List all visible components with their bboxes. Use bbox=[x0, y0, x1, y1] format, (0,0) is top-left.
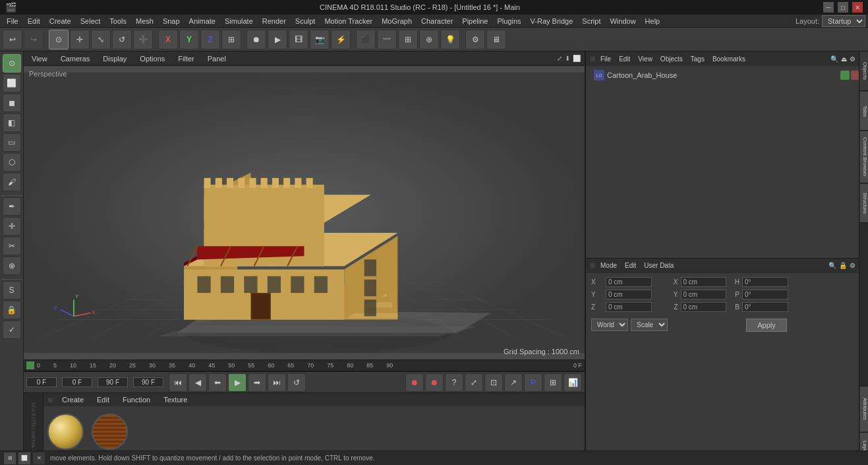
bookmarks-menu[interactable]: Bookmarks bbox=[710, 54, 748, 64]
search-icon[interactable]: 🔍 bbox=[830, 55, 838, 63]
texture-menu[interactable]: Texture bbox=[159, 394, 191, 405]
edge-mode-button[interactable]: ▭ bbox=[3, 133, 21, 152]
frame-end2-input[interactable] bbox=[133, 377, 163, 387]
dope-button[interactable]: ⊞ bbox=[544, 373, 562, 392]
knife-button[interactable]: ✂ bbox=[3, 237, 21, 255]
view-menu[interactable]: View bbox=[28, 53, 51, 64]
step-back2-button[interactable]: ⬅ bbox=[208, 373, 227, 392]
structure-tab[interactable]: Structure bbox=[859, 183, 868, 223]
menu-item-mograph[interactable]: MoGraph bbox=[378, 16, 416, 26]
menu-item-window[interactable]: Window bbox=[606, 16, 639, 26]
menu-item-script[interactable]: Script bbox=[578, 16, 604, 26]
edit-menu[interactable]: Edit bbox=[93, 394, 113, 405]
coord-x2-input[interactable] bbox=[681, 277, 727, 287]
keyframe-button[interactable]: ⏺ bbox=[246, 30, 266, 49]
object-tag-green[interactable] bbox=[840, 71, 850, 80]
objects-menu[interactable]: Objects bbox=[658, 54, 685, 64]
material-ball-cartoon-shiny[interactable] bbox=[47, 414, 84, 450]
polygon-mode-button[interactable]: ◧ bbox=[3, 113, 21, 132]
tabs-tab[interactable]: Tabs bbox=[859, 91, 868, 131]
timeline-button[interactable]: 📊 bbox=[564, 373, 582, 392]
texture-mode-button[interactable]: ◼ bbox=[3, 94, 21, 112]
coord-h-input[interactable] bbox=[742, 277, 788, 287]
attributes-tab[interactable]: Attributes bbox=[859, 386, 868, 432]
light-button[interactable]: 💡 bbox=[440, 30, 460, 49]
create-menu[interactable]: Create bbox=[58, 394, 88, 405]
status-icon-1[interactable]: ⊞ bbox=[4, 452, 16, 464]
record-all-button[interactable]: ⏺ bbox=[425, 373, 444, 392]
move-button[interactable]: ✛ bbox=[70, 30, 90, 49]
menu-item-animate[interactable]: Animate bbox=[185, 16, 219, 26]
user-data-menu[interactable]: User Data bbox=[641, 261, 676, 270]
step-forward-button[interactable]: ➡ bbox=[248, 373, 266, 392]
filter-menu[interactable]: Filter bbox=[174, 53, 198, 64]
scale-select[interactable]: Scale bbox=[631, 319, 668, 331]
object-item-cartoon-house[interactable]: L0 Cartoon_Arab_House bbox=[591, 69, 863, 82]
menu-item-snap[interactable]: Snap bbox=[159, 16, 184, 26]
3d-viewport[interactable]: Perspective bbox=[24, 66, 585, 359]
move-tool-button[interactable]: ✛ bbox=[3, 217, 21, 235]
check-button[interactable]: ✓ bbox=[3, 321, 21, 339]
view-menu-obj[interactable]: View bbox=[635, 54, 655, 64]
magnet-button[interactable]: ⊕ bbox=[3, 257, 21, 275]
axis-z-button[interactable]: Z bbox=[200, 30, 220, 49]
coord-z2-input[interactable] bbox=[681, 302, 727, 312]
minimize-button[interactable]: ─ bbox=[823, 2, 834, 13]
menu-item-help[interactable]: Help bbox=[641, 16, 664, 26]
record-button[interactable]: ⏺ bbox=[405, 373, 424, 392]
edit-menu-obj[interactable]: Edit bbox=[616, 54, 633, 64]
settings-icon[interactable]: ⚙ bbox=[850, 55, 855, 63]
film-button[interactable]: 🎞 bbox=[289, 30, 308, 49]
status-icon-2[interactable]: ⬜ bbox=[18, 452, 30, 464]
maximize-button[interactable]: □ bbox=[838, 2, 848, 13]
edit-menu-attr[interactable]: Edit bbox=[622, 261, 639, 270]
menu-item-render[interactable]: Render bbox=[258, 16, 290, 26]
menu-item-mesh[interactable]: Mesh bbox=[132, 16, 158, 26]
coord-z-pos-input[interactable] bbox=[606, 302, 652, 312]
snapping-button[interactable]: S bbox=[3, 281, 21, 299]
menu-item-select[interactable]: Select bbox=[76, 16, 105, 26]
lock-button[interactable]: 🔒 bbox=[3, 301, 21, 319]
attr-lock-icon[interactable]: 🔒 bbox=[839, 262, 847, 269]
loop-button[interactable]: ↺ bbox=[287, 373, 306, 392]
coord-y2-input[interactable] bbox=[681, 290, 727, 299]
current-frame-marker[interactable] bbox=[26, 361, 34, 369]
rotate-button[interactable]: ↺ bbox=[112, 30, 132, 49]
auto-key-button[interactable]: P bbox=[524, 373, 542, 392]
close-button[interactable]: ✕ bbox=[852, 2, 863, 13]
render-button[interactable]: ⚡ bbox=[331, 30, 351, 49]
select-mode-button[interactable]: ⊙ bbox=[3, 54, 21, 73]
preview-start-input[interactable] bbox=[62, 377, 92, 387]
menu-item-edit[interactable]: Edit bbox=[24, 16, 44, 26]
help-button[interactable]: ? bbox=[445, 373, 463, 392]
curve-button[interactable]: ↗ bbox=[504, 373, 523, 392]
home-icon[interactable]: ⏏ bbox=[841, 55, 847, 63]
array-button[interactable]: ⊞ bbox=[398, 30, 418, 49]
paint-button[interactable]: 🖌 bbox=[3, 173, 21, 191]
function-menu[interactable]: Function bbox=[119, 394, 154, 405]
deform-button[interactable]: ⊛ bbox=[419, 30, 439, 49]
model-mode-button[interactable]: ⬜ bbox=[3, 74, 21, 92]
nurbs-button[interactable]: 〰 bbox=[377, 30, 397, 49]
frame-end-input[interactable] bbox=[98, 377, 128, 387]
axis-y-button[interactable]: Y bbox=[179, 30, 199, 49]
undo-button[interactable]: ↩ bbox=[3, 30, 22, 49]
pen-tool-button[interactable]: ✒ bbox=[3, 197, 21, 216]
status-icon-3[interactable]: ✕ bbox=[33, 452, 45, 464]
menu-item-file[interactable]: File bbox=[3, 16, 22, 26]
coord-x-pos-input[interactable] bbox=[606, 277, 652, 287]
point-mode-button[interactable]: ⬡ bbox=[3, 153, 21, 171]
redo-button[interactable]: ↪ bbox=[24, 30, 43, 49]
menu-item-sculpt[interactable]: Sculpt bbox=[291, 16, 320, 26]
play-forward-button[interactable]: ▶ bbox=[228, 373, 246, 392]
attr-settings-icon[interactable]: ⚙ bbox=[850, 262, 855, 269]
render-settings-button[interactable]: ⚙ bbox=[465, 30, 485, 49]
move-keys-button[interactable]: ⤢ bbox=[465, 373, 483, 392]
menu-item-plugins[interactable]: Plugins bbox=[493, 16, 525, 26]
axis-x-button[interactable]: X bbox=[158, 30, 178, 49]
objects-tab[interactable]: Objects bbox=[859, 51, 868, 91]
menu-item-tools[interactable]: Tools bbox=[105, 16, 130, 26]
select-button[interactable]: ⊙ bbox=[49, 30, 69, 49]
goto-start-button[interactable]: ⏮ bbox=[169, 373, 187, 392]
menu-item-v-ray-bridge[interactable]: V-Ray Bridge bbox=[527, 16, 577, 26]
